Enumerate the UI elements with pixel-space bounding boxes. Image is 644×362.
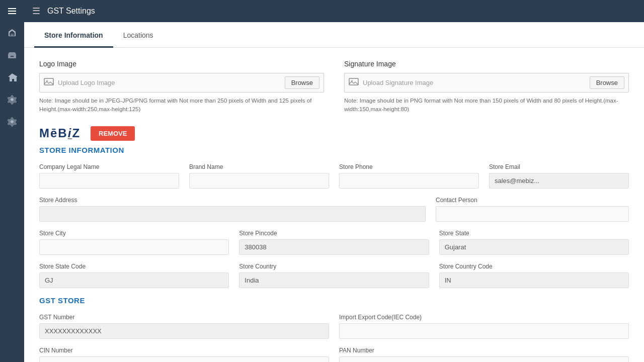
- logo-upload-box: Upload Logo Image Browse: [39, 73, 324, 93]
- store-city-label: Store City: [39, 230, 229, 237]
- store-pincode-group: Store Pincode: [239, 230, 429, 255]
- tab-store-information[interactable]: Store Information: [34, 22, 113, 48]
- store-address-input[interactable]: [39, 206, 426, 222]
- store-pincode-input[interactable]: [239, 239, 429, 255]
- brand-name-input[interactable]: [189, 173, 329, 189]
- svg-rect-0: [8, 8, 16, 9]
- brand-name-label: Brand Name: [189, 163, 329, 170]
- signature-section-title: Signature Image: [344, 60, 629, 68]
- content-area: Store Information Locations Logo Image U…: [24, 22, 644, 362]
- topbar: ☰ GST Settings: [24, 0, 644, 22]
- import-export-code-group: Import Export Code(IEC Code): [339, 314, 629, 339]
- gst-row-2: CIN Number PAN Number: [39, 347, 629, 363]
- gst-store-section: GST STORE GST Number Import Export Code(…: [39, 296, 629, 363]
- sidebar-icon-store1[interactable]: [0, 22, 24, 44]
- store-email-input[interactable]: [489, 173, 629, 189]
- signature-image-section: Signature Image Upload Signature Image B…: [344, 60, 629, 114]
- sidebar-icon-1[interactable]: [0, 0, 24, 22]
- store-state-code-input[interactable]: [39, 273, 229, 288]
- svg-rect-6: [44, 78, 53, 85]
- store-info-row-4: Store State Code Store Country Store Cou…: [39, 263, 629, 288]
- tabs-bar: Store Information Locations: [24, 22, 644, 48]
- store-state-input[interactable]: [439, 239, 629, 255]
- cin-number-group: CIN Number: [39, 347, 329, 363]
- contact-person-label: Contact Person: [436, 197, 629, 204]
- pan-number-label: PAN Number: [339, 347, 629, 354]
- pan-number-group: PAN Number: [339, 347, 629, 363]
- store-state-group: Store State: [439, 230, 629, 255]
- store-address-label: Store Address: [39, 197, 426, 204]
- store-state-label: Store State: [439, 230, 629, 237]
- svg-point-5: [11, 120, 14, 123]
- sidebar-icon-store2[interactable]: [0, 44, 24, 66]
- sidebar: [0, 0, 24, 362]
- mebiz-logo: MēBiZ: [39, 126, 80, 140]
- store-information-section: STORE INFORMATION Company Legal Name Bra…: [39, 146, 629, 288]
- store-phone-input[interactable]: [339, 173, 479, 189]
- signature-note: Note: Image should be in PNG format with…: [344, 97, 629, 114]
- topbar-menu-icon[interactable]: ☰: [32, 6, 40, 17]
- gst-number-group: GST Number: [39, 314, 329, 339]
- signature-browse-button[interactable]: Browse: [590, 76, 624, 89]
- svg-rect-3: [11, 34, 14, 36]
- store-info-row-2: Store Address Contact Person: [39, 197, 629, 222]
- logo-upload-icon: [44, 77, 54, 88]
- store-country-code-label: Store Country Code: [439, 263, 629, 270]
- store-country-group: Store Country: [239, 263, 429, 288]
- store-country-code-input[interactable]: [439, 273, 629, 288]
- sidebar-icon-settings2[interactable]: [0, 111, 24, 133]
- logo-browse-button[interactable]: Browse: [285, 76, 319, 89]
- gst-row-1: GST Number Import Export Code(IEC Code): [39, 314, 629, 339]
- cin-number-input[interactable]: [39, 356, 329, 363]
- tab-locations[interactable]: Locations: [113, 22, 164, 48]
- company-legal-name-input[interactable]: [39, 173, 179, 189]
- image-sections: Logo Image Upload Logo Image Browse Note…: [39, 60, 629, 114]
- contact-person-group: Contact Person: [436, 197, 629, 222]
- sidebar-icon-home[interactable]: [0, 66, 24, 88]
- store-country-code-group: Store Country Code: [439, 263, 629, 288]
- main-area: ☰ GST Settings Store Information Locatio…: [24, 0, 644, 362]
- cin-number-label: CIN Number: [39, 347, 329, 354]
- logo-display-area: MēBiZ REMOVE: [39, 126, 629, 141]
- svg-rect-2: [8, 13, 16, 14]
- company-legal-name-group: Company Legal Name: [39, 163, 179, 189]
- page-content: Logo Image Upload Logo Image Browse Note…: [24, 48, 644, 362]
- company-legal-name-label: Company Legal Name: [39, 163, 179, 170]
- signature-upload-icon: [349, 77, 359, 88]
- store-phone-group: Store Phone: [339, 163, 479, 189]
- store-info-row-3: Store City Store Pincode Store State: [39, 230, 629, 255]
- gst-number-input[interactable]: [39, 323, 329, 339]
- store-city-group: Store City: [39, 230, 229, 255]
- store-email-group: Store Email: [489, 163, 629, 189]
- signature-upload-text: Upload Signature Image: [363, 79, 590, 86]
- store-info-row-1: Company Legal Name Brand Name Store Phon…: [39, 163, 629, 189]
- store-email-label: Store Email: [489, 163, 629, 170]
- signature-upload-box: Upload Signature Image Browse: [344, 73, 629, 93]
- store-phone-label: Store Phone: [339, 163, 479, 170]
- svg-rect-8: [349, 78, 358, 85]
- brand-name-group: Brand Name: [189, 163, 329, 189]
- sidebar-icon-settings1[interactable]: [0, 88, 24, 111]
- gst-store-title: GST STORE: [39, 296, 629, 305]
- store-pincode-label: Store Pincode: [239, 230, 429, 237]
- pan-number-input[interactable]: [339, 356, 629, 363]
- store-city-input[interactable]: [39, 239, 229, 255]
- store-information-title: STORE INFORMATION: [39, 146, 629, 154]
- logo-section-title: Logo Image: [39, 60, 324, 68]
- logo-image-section: Logo Image Upload Logo Image Browse Note…: [39, 60, 324, 114]
- import-export-code-input[interactable]: [339, 323, 629, 339]
- svg-rect-1: [8, 11, 16, 12]
- store-state-code-label: Store State Code: [39, 263, 229, 270]
- page-title: GST Settings: [47, 7, 95, 16]
- svg-point-4: [11, 98, 14, 101]
- gst-number-label: GST Number: [39, 314, 329, 321]
- store-country-input[interactable]: [239, 273, 429, 288]
- remove-logo-button[interactable]: REMOVE: [91, 126, 135, 141]
- contact-person-input[interactable]: [436, 206, 629, 222]
- store-address-group: Store Address: [39, 197, 426, 222]
- logo-note: Note: Image should be in JPEG-JPG/PNG fo…: [39, 97, 324, 114]
- store-state-code-group: Store State Code: [39, 263, 229, 288]
- logo-upload-text: Upload Logo Image: [58, 79, 285, 86]
- import-export-code-label: Import Export Code(IEC Code): [339, 314, 629, 321]
- store-country-label: Store Country: [239, 263, 429, 270]
